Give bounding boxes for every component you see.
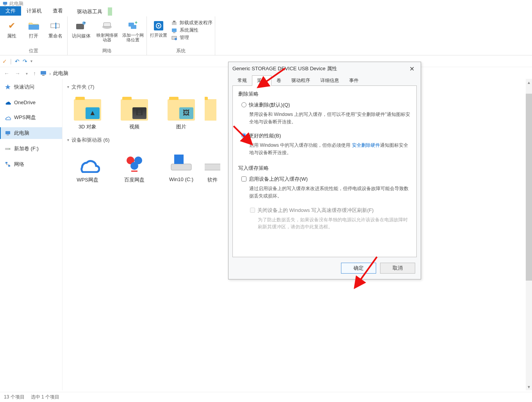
- checkbox-enable-write-cache[interactable]: [241, 176, 246, 181]
- ribbon-open-settings[interactable]: 打开设置: [149, 18, 168, 37]
- svg-rect-27: [5, 162, 7, 164]
- nav-forward[interactable]: →: [13, 70, 22, 76]
- folder-open-icon: [27, 20, 40, 32]
- scroll-down-icon[interactable]: ▼: [526, 383, 532, 390]
- window-titlebar: 此电脑: [0, 0, 532, 7]
- network-icon: [5, 161, 11, 167]
- sidebar-network[interactable]: 网络: [0, 158, 62, 170]
- pc-icon: [5, 130, 11, 136]
- dialog-title-text: Generic STORAGE DEVICE USB Device 属性: [232, 65, 337, 72]
- tile-docs-cut[interactable]: [205, 93, 216, 135]
- radio-quick-removal[interactable]: [241, 102, 246, 107]
- tile-pictures[interactable]: 🖼 图片: [158, 93, 205, 135]
- breadcrumb[interactable]: › 此电脑: [40, 70, 68, 77]
- sidebar-quick-access[interactable]: 快速访问: [0, 81, 62, 93]
- breadcrumb-root: 此电脑: [53, 70, 68, 77]
- manage-icon: [171, 35, 177, 41]
- sidebar-new-volume[interactable]: 新加卷 (F:): [0, 143, 62, 155]
- status-bar: 13 个项目 选中 1 个项目: [0, 392, 532, 402]
- svg-rect-10: [131, 25, 136, 29]
- svg-rect-22: [42, 75, 45, 76]
- nav-back[interactable]: ←: [2, 70, 11, 76]
- rename-icon: [49, 20, 62, 32]
- tab-drive-tools[interactable]: 驱动器工具: [71, 7, 108, 16]
- ribbon-rename[interactable]: 重命名: [46, 18, 65, 39]
- ribbon-uninstall[interactable]: 卸载或更改程序: [171, 20, 212, 26]
- sidebar-onedrive[interactable]: OneDrive: [0, 97, 62, 108]
- svg-rect-0: [3, 2, 7, 5]
- scroll-up-icon[interactable]: ▲: [526, 79, 532, 86]
- dialog-close-button[interactable]: ✕: [407, 65, 417, 73]
- svg-rect-8: [104, 23, 111, 27]
- ribbon-map-drive[interactable]: 映射网络驱动器: [96, 18, 118, 42]
- qat-separator: |: [10, 58, 12, 64]
- dialog-tab-policy[interactable]: 策略: [252, 75, 271, 86]
- checkbox-disable-flush: [250, 208, 255, 213]
- dialog-tab-general[interactable]: 常规: [232, 75, 252, 86]
- drive-c-icon: [166, 149, 197, 176]
- safely-remove-link[interactable]: 安全删除硬件: [352, 142, 380, 148]
- qat-check-icon[interactable]: ✓: [2, 58, 7, 64]
- status-count: 13 个项目: [4, 394, 25, 400]
- tab-computer[interactable]: 计算机: [21, 6, 47, 16]
- tile-3d-objects[interactable]: ▲ 3D 对象: [64, 93, 111, 135]
- option-better-performance: 更好的性能(B) 启用 Windows 中的写入缓存功能，但你必须使用 安全删除…: [241, 132, 411, 156]
- dialog-tab-volumes[interactable]: 卷: [271, 75, 286, 86]
- cancel-button[interactable]: 取消: [380, 263, 415, 274]
- option-quick-removal: 快速删除(默认)(Q) 禁用设备和 Windows 上的写入缓存，但可以不使用"…: [241, 101, 411, 125]
- svg-rect-2: [29, 25, 39, 30]
- ribbon-open[interactable]: 打开: [24, 18, 43, 39]
- tile-baidu-disk[interactable]: 百度网盘: [111, 146, 158, 188]
- write-cache-header: 写入缓存策略: [238, 165, 411, 172]
- properties-dialog: Generic STORAGE DEVICE USB Device 属性 ✕ 常…: [228, 62, 421, 279]
- tab-view[interactable]: 查看: [47, 6, 68, 16]
- ribbon-group-network: 网络: [70, 47, 144, 55]
- tile-software-cut[interactable]: 软件: [205, 146, 220, 188]
- sidebar-wps[interactable]: WPS网盘: [0, 112, 62, 123]
- window-title: 此电脑: [9, 0, 23, 7]
- svg-point-31: [130, 162, 138, 170]
- pc-icon: [40, 70, 47, 77]
- tile-wps-disk[interactable]: WPS网盘: [64, 146, 111, 188]
- tab-file[interactable]: 文件: [0, 6, 21, 16]
- qat-dropdown-icon[interactable]: ▾: [30, 59, 32, 63]
- qat-redo-icon[interactable]: ↷: [23, 58, 27, 64]
- svg-rect-34: [174, 155, 184, 164]
- nav-up[interactable]: ↑: [32, 70, 37, 76]
- dialog-tab-driver[interactable]: 驱动程序: [286, 75, 315, 86]
- dialog-titlebar: Generic STORAGE DEVICE USB Device 属性 ✕: [229, 62, 421, 75]
- svg-rect-33: [171, 164, 191, 170]
- option-enable-write-cache: 启用设备上的写入缓存(W) 通过启用设备上的写入缓存来改进系统性能，但停电或设备…: [241, 176, 411, 199]
- svg-rect-16: [173, 21, 175, 22]
- svg-rect-23: [5, 131, 10, 134]
- ribbon-properties[interactable]: ✔ 属性: [2, 18, 21, 39]
- ribbon-manage[interactable]: 管理: [171, 34, 212, 41]
- svg-rect-4: [55, 23, 56, 29]
- wps-cloud-icon: [72, 149, 103, 176]
- ribbon-access-media[interactable]: 访问媒体: [70, 18, 93, 39]
- svg-point-26: [9, 149, 10, 149]
- ribbon-sysprops[interactable]: 系统属性: [171, 27, 212, 34]
- option-disable-flush: 关闭设备上的 Windows 写入高速缓存缓冲区刷新(F) 为了防止数据丢失，如…: [250, 207, 411, 231]
- ribbon-add-location[interactable]: + 添加一个网络位置: [121, 18, 144, 42]
- dialog-tabs: 常规 策略 卷 驱动程序 详细信息 事件: [229, 75, 421, 86]
- map-drive-icon: [101, 20, 113, 32]
- content-scrollbar[interactable]: ▲ ▼: [526, 79, 532, 390]
- sidebar-this-pc[interactable]: 此电脑: [0, 127, 62, 139]
- settings-icon: [152, 20, 165, 32]
- dialog-tab-events[interactable]: 事件: [344, 75, 364, 86]
- qat-undo-icon[interactable]: ↶: [15, 58, 20, 64]
- dialog-tab-details[interactable]: 详细信息: [315, 75, 344, 86]
- ok-button[interactable]: 确定: [341, 263, 376, 274]
- nav-sidebar: 快速访问 OneDrive WPS网盘 此电脑 新加卷 (F:) 网络: [0, 79, 62, 390]
- svg-rect-5: [76, 24, 84, 29]
- radio-better-performance[interactable]: [241, 133, 246, 138]
- add-location-icon: +: [127, 20, 139, 32]
- svg-rect-35: [205, 164, 220, 170]
- star-icon: [5, 84, 11, 90]
- scroll-thumb[interactable]: [526, 94, 532, 281]
- nav-recent-dropdown[interactable]: ▾: [24, 71, 29, 76]
- tile-win10-c[interactable]: Win10 (C:): [158, 146, 205, 188]
- ribbon-group-location: 位置: [2, 47, 65, 55]
- tile-videos[interactable]: 🎞 视频: [111, 93, 158, 135]
